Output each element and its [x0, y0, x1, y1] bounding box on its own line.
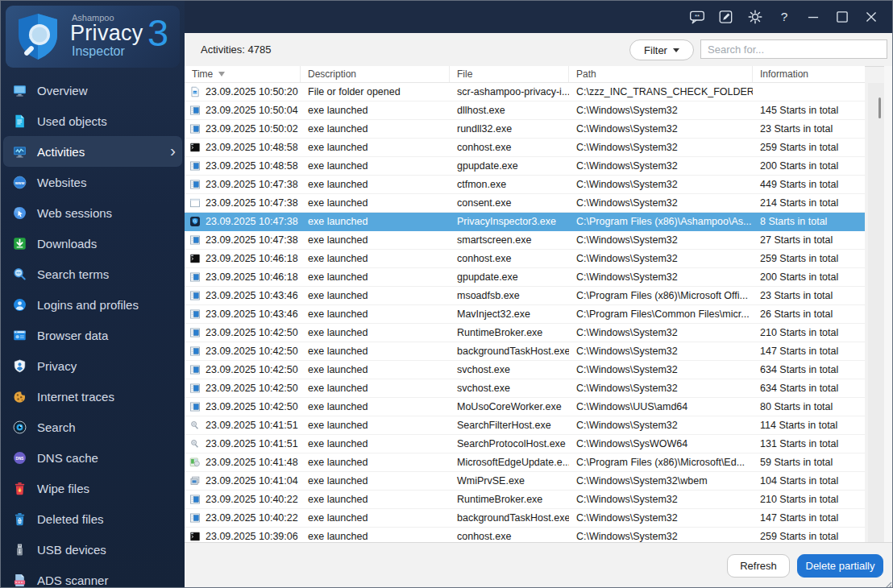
- table-row[interactable]: 23.09.2025 10:47:38exe launchedsmartscre…: [185, 231, 865, 250]
- cell-file: SearchProtocolHost.exe: [450, 438, 569, 449]
- table-row[interactable]: 23.09.2025 10:42:50exe launchedsvchost.e…: [185, 379, 865, 398]
- table-row[interactable]: 23.09.2025 10:50:20File or folder opened…: [185, 83, 865, 101]
- sidebar-item-websites[interactable]: wwwWebsites: [1, 167, 185, 197]
- table-row[interactable]: 23.09.2025 10:41:51exe launchedSearchPro…: [185, 435, 865, 453]
- scrollbar-thumb[interactable]: [878, 97, 881, 118]
- sidebar-item-privacy[interactable]: Privacy: [1, 350, 185, 381]
- table-row[interactable]: 23.09.2025 10:42:50exe launchedRuntimeBr…: [185, 324, 865, 342]
- table-row[interactable]: 23.09.2025 10:50:04exe launcheddllhost.e…: [185, 101, 865, 120]
- sidebar-item-browser-data[interactable]: Browser data: [1, 320, 185, 350]
- column-header-time[interactable]: Time: [185, 66, 301, 82]
- sidebar-item-activities[interactable]: Activities›: [3, 136, 182, 167]
- time-value: 23.09.2025 10:50:02: [206, 123, 298, 135]
- sidebar-item-label: Logins and profiles: [37, 298, 139, 312]
- cell-description: exe launched: [301, 512, 450, 524]
- privacy-inspector-logo-icon: 1010: [15, 12, 60, 62]
- cell-path: C:\Windows\System32: [569, 105, 753, 116]
- cell-time: 23.09.2025 10:41:51: [185, 420, 301, 431]
- cell-time: 23.09.2025 10:42:50: [185, 327, 301, 338]
- column-header-information[interactable]: Information: [753, 66, 865, 82]
- table-row[interactable]: 23.09.2025 10:42:50exe launchedbackgroun…: [185, 342, 865, 361]
- column-header-description[interactable]: Description: [301, 66, 450, 82]
- sidebar-item-label: Browser data: [37, 329, 108, 342]
- sidebar-item-deleted-files[interactable]: Deleted files: [1, 503, 185, 534]
- cell-time: 23.09.2025 10:46:18: [185, 271, 301, 283]
- close-button[interactable]: [863, 9, 879, 25]
- cell-path: C:\Windows\System32: [569, 531, 753, 542]
- cell-file: MicrosoftEdgeUpdate.e...: [450, 457, 569, 468]
- sidebar-item-overview[interactable]: Overview: [1, 75, 185, 106]
- cell-path: C:\Program Files (x86)\Microsoft Offi...: [569, 290, 753, 301]
- table-row[interactable]: 23.09.2025 10:46:18exe launchedgpupdate.…: [185, 268, 865, 287]
- table-row[interactable]: 23.09.2025 10:48:58exe launchedconhost.e…: [185, 139, 865, 157]
- sidebar-item-usb-devices[interactable]: USB devices: [1, 534, 185, 565]
- filter-button[interactable]: Filter: [629, 39, 694, 60]
- cell-information: 23 Starts in total: [753, 123, 865, 135]
- cell-description: exe launched: [301, 142, 450, 153]
- sidebar-item-label: Search: [37, 420, 76, 434]
- exe-window-icon: [189, 290, 201, 301]
- table-row[interactable]: 23.09.2025 10:43:46exe launchedMavInject…: [185, 305, 865, 324]
- cell-path: C:\Program Files (x86)\Ashampoo\As...: [569, 216, 753, 227]
- cell-file: backgroundTaskHost.exe: [450, 346, 569, 357]
- sidebar-item-dns-cache[interactable]: DNSDNS cache: [1, 442, 185, 473]
- table-row[interactable]: 23.09.2025 10:41:04exe launchedWmiPrvSE.…: [185, 472, 865, 491]
- notes-button[interactable]: [718, 9, 734, 25]
- table-row[interactable]: 23.09.2025 10:46:18exe launchedconhost.e…: [185, 250, 865, 268]
- sidebar-item-search-terms[interactable]: Search terms: [1, 259, 185, 289]
- cell-information: 259 Starts in total: [753, 531, 865, 542]
- sidebar-item-internet-traces[interactable]: Internet traces: [1, 381, 185, 412]
- minimize-button[interactable]: [805, 9, 821, 25]
- table-row[interactable]: 23.09.2025 10:48:58exe launchedgpupdate.…: [185, 157, 865, 176]
- sidebar-item-wipe-files[interactable]: Wipe files: [1, 473, 185, 503]
- wipe-files-trash-icon: [13, 482, 27, 495]
- cell-file: MavInject32.exe: [450, 308, 569, 320]
- cell-description: exe launched: [301, 123, 450, 135]
- settings-gear-button[interactable]: [747, 9, 763, 25]
- maximize-button[interactable]: [834, 9, 850, 25]
- sidebar-item-downloads[interactable]: Downloads: [1, 228, 185, 259]
- search-input[interactable]: [700, 39, 887, 59]
- table-row[interactable]: 23.09.2025 10:42:50exe launchedMoUsoCore…: [185, 398, 865, 416]
- websites-globe-icon: www: [13, 176, 27, 189]
- table-row[interactable]: 23.09.2025 10:40:22exe launchedRuntimeBr…: [185, 491, 865, 509]
- time-value: 23.09.2025 10:42:50: [206, 383, 298, 394]
- table-row[interactable]: 23.09.2025 10:41:48exe launchedMicrosoft…: [185, 453, 865, 472]
- sidebar-item-search[interactable]: Search: [1, 412, 185, 442]
- table-row[interactable]: 23.09.2025 10:40:22exe launchedbackgroun…: [185, 509, 865, 528]
- table-row[interactable]: 23.09.2025 10:39:06exe launchedconhost.e…: [185, 528, 865, 543]
- time-value: 23.09.2025 10:42:50: [206, 401, 298, 412]
- help-button[interactable]: ?: [776, 9, 792, 25]
- column-header-file[interactable]: File: [450, 66, 569, 82]
- cell-information: 449 Starts in total: [753, 179, 865, 190]
- content-area: Activities: 4785 Filter TimeDescriptionF…: [185, 33, 893, 588]
- exe-window-icon: [189, 494, 201, 505]
- resize-grip[interactable]: [883, 578, 892, 587]
- table-row[interactable]: 23.09.2025 10:42:50exe launchedsvchost.e…: [185, 361, 865, 379]
- table-row-selected[interactable]: 23.09.2025 10:47:38exe launchedPrivacyIn…: [185, 213, 865, 231]
- table-row[interactable]: 23.09.2025 10:43:46exe launchedmsoadfsb.…: [185, 287, 865, 305]
- vertical-scrollbar[interactable]: [868, 83, 884, 543]
- table-row[interactable]: 23.09.2025 10:47:38exe launchedconsent.e…: [185, 194, 865, 213]
- sidebar-item-ads-scanner[interactable]: ADS scanner: [1, 565, 185, 588]
- cell-information: 80 Starts in total: [753, 401, 865, 412]
- console-dark-icon: [189, 253, 201, 264]
- feedback-bubble-button[interactable]: **: [689, 9, 705, 25]
- cell-description: exe launched: [301, 290, 450, 301]
- delete-partially-button[interactable]: Delete partially: [797, 554, 883, 578]
- edge-update-icon: [189, 457, 201, 468]
- sidebar-item-logins-and-profiles[interactable]: Logins and profiles: [1, 289, 185, 320]
- cell-description: exe launched: [301, 160, 450, 172]
- refresh-button[interactable]: Refresh: [727, 554, 790, 578]
- cell-description: exe launched: [301, 364, 450, 375]
- table-row[interactable]: 23.09.2025 10:41:51exe launchedSearchFil…: [185, 416, 865, 435]
- cell-description: exe launched: [301, 401, 450, 412]
- table-row[interactable]: 23.09.2025 10:47:38exe launchedctfmon.ex…: [185, 176, 865, 194]
- chevron-down-icon: [673, 48, 679, 52]
- cell-time: 23.09.2025 10:42:50: [185, 364, 301, 375]
- sidebar-item-web-sessions[interactable]: Web sessions: [1, 197, 185, 228]
- column-header-path[interactable]: Path: [569, 66, 753, 82]
- sidebar-item-used-objects[interactable]: Used objects: [1, 106, 185, 136]
- cell-time: 23.09.2025 10:41:51: [185, 438, 301, 449]
- table-row[interactable]: 23.09.2025 10:50:02exe launchedrundll32.…: [185, 120, 865, 139]
